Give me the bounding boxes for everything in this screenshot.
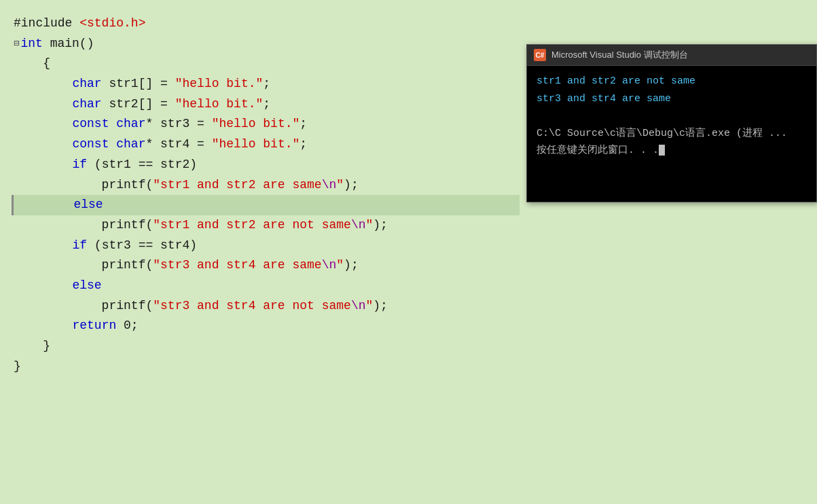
- directive-hash: #include: [14, 14, 79, 34]
- code-line-16: return 0;: [14, 316, 520, 336]
- code-editor: #include <stdio.h> ⊟int main() { char st…: [0, 0, 526, 504]
- code-line-5: char str2[] = "hello bit.";: [14, 94, 520, 115]
- code-line-2: ⊟int main(): [14, 34, 520, 54]
- collapse-icon[interactable]: ⊟: [14, 36, 19, 52]
- code-line-3: {: [14, 54, 520, 74]
- console-window: C# Microsoft Visual Studio 调试控制台 str1 an…: [526, 44, 817, 202]
- console-output-4: 按任意键关闭此窗口. . .: [537, 142, 807, 160]
- console-output-3: C:\C Source\c语言\Debug\c语言.exe (进程 ...: [537, 125, 807, 143]
- code-line-9: printf("str1 and str2 are same\n");: [14, 175, 520, 196]
- code-line-17: }: [14, 336, 520, 357]
- code-line-10: else: [12, 195, 520, 215]
- console-titlebar: C# Microsoft Visual Studio 调试控制台: [527, 45, 816, 66]
- code-line-15: printf("str3 and str4 are not same\n");: [14, 296, 520, 317]
- code-line-6: const char* str3 = "hello bit.";: [14, 114, 520, 134]
- code-line-1: #include <stdio.h>: [14, 14, 520, 34]
- code-line-8: if (str1 == str2): [14, 155, 520, 175]
- console-output-1: str1 and str2 are not same: [537, 73, 807, 90]
- console-output-2: str3 and str4 are same: [537, 90, 807, 108]
- cursor-blink: [659, 145, 665, 156]
- code-line-11: printf("str1 and str2 are not same\n");: [14, 215, 520, 236]
- console-icon-label: C#: [536, 52, 545, 59]
- keyword-int: int: [20, 34, 42, 54]
- code-line-13: printf("str3 and str4 are same\n");: [14, 255, 520, 276]
- include-path: <stdio.h>: [79, 14, 145, 34]
- code-line-14: else: [14, 276, 520, 296]
- code-line-4: char str1[] = "hello bit.";: [14, 74, 520, 94]
- code-line-7: const char* str4 = "hello bit.";: [14, 134, 520, 155]
- console-body: str1 and str2 are not same str3 and str4…: [527, 66, 816, 202]
- console-app-icon: C#: [534, 49, 546, 61]
- console-output-blank: [537, 107, 807, 125]
- code-line-12: if (str3 == str4): [14, 236, 520, 256]
- console-title: Microsoft Visual Studio 调试控制台: [551, 49, 688, 61]
- code-line-18: }: [14, 357, 520, 377]
